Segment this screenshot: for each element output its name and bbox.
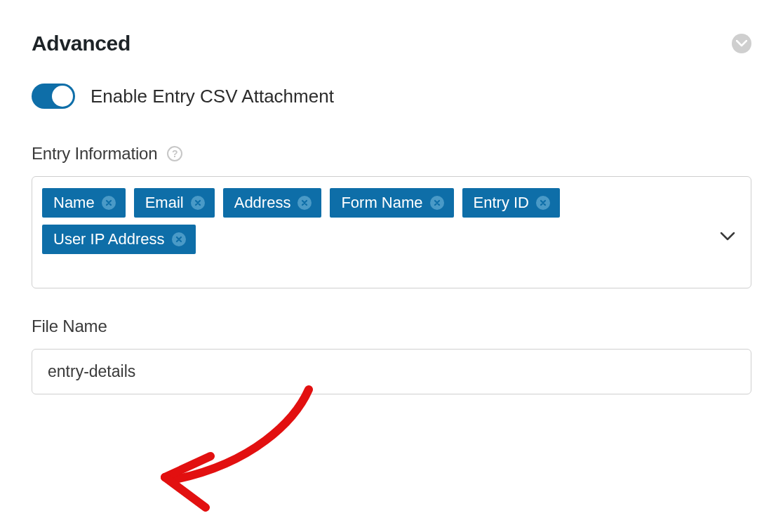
tag-label: Email bbox=[145, 194, 184, 212]
tag: Name bbox=[42, 188, 126, 218]
file-name-label: File Name bbox=[32, 317, 107, 336]
tag-remove[interactable] bbox=[430, 196, 444, 210]
tag-remove[interactable] bbox=[102, 196, 116, 210]
tag-remove[interactable] bbox=[172, 232, 186, 246]
tag: Email bbox=[134, 188, 215, 218]
chevron-down-icon bbox=[720, 232, 735, 241]
tag-label: Form Name bbox=[341, 194, 422, 212]
file-name-label-row: File Name bbox=[32, 317, 751, 336]
tag: Entry ID bbox=[462, 188, 560, 218]
file-name-input[interactable] bbox=[32, 349, 751, 394]
tag: Address bbox=[223, 188, 322, 218]
dropdown-arrow[interactable] bbox=[720, 232, 735, 244]
close-icon bbox=[434, 199, 441, 206]
close-icon bbox=[540, 199, 547, 206]
section-title: Advanced bbox=[32, 32, 130, 55]
tag: Form Name bbox=[330, 188, 453, 218]
section-header: Advanced bbox=[32, 32, 751, 55]
collapse-toggle[interactable] bbox=[732, 34, 751, 53]
tag-label: Name bbox=[53, 194, 95, 212]
help-icon[interactable]: ? bbox=[167, 146, 182, 161]
tags-wrap: NameEmailAddressForm NameEntry IDUser IP… bbox=[42, 188, 674, 254]
close-icon bbox=[105, 199, 112, 206]
close-icon bbox=[175, 236, 182, 243]
enable-csv-toggle[interactable] bbox=[32, 84, 75, 109]
entry-information-block: Entry Information ? NameEmailAddressForm… bbox=[32, 144, 751, 288]
tag-label: Entry ID bbox=[474, 194, 529, 212]
toggle-knob bbox=[52, 86, 73, 107]
entry-information-select[interactable]: NameEmailAddressForm NameEntry IDUser IP… bbox=[32, 176, 751, 288]
entry-information-label-row: Entry Information ? bbox=[32, 144, 751, 164]
tag-remove[interactable] bbox=[297, 196, 312, 210]
close-icon bbox=[301, 199, 308, 206]
enable-csv-label: Enable Entry CSV Attachment bbox=[91, 86, 334, 107]
entry-information-label: Entry Information bbox=[32, 144, 157, 164]
tag-label: Address bbox=[234, 194, 291, 212]
chevron-down-icon bbox=[736, 40, 747, 47]
tag-label: User IP Address bbox=[53, 230, 165, 248]
tag: User IP Address bbox=[42, 225, 196, 254]
file-name-block: File Name bbox=[32, 317, 751, 394]
tag-remove[interactable] bbox=[191, 196, 205, 210]
enable-csv-row: Enable Entry CSV Attachment bbox=[32, 84, 751, 109]
close-icon bbox=[194, 199, 201, 206]
tag-remove[interactable] bbox=[536, 196, 550, 210]
